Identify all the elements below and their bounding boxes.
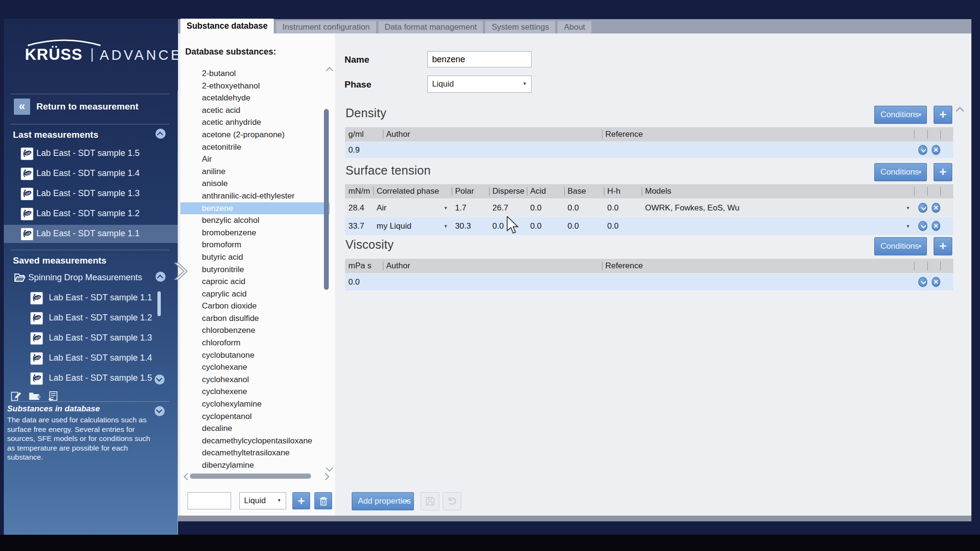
substance-item[interactable]: cyclohexylamine <box>180 398 330 410</box>
collapse-section-icon[interactable] <box>156 129 166 139</box>
st-acid[interactable]: 0.0 <box>527 199 564 217</box>
scroll-up-icon[interactable] <box>956 107 964 115</box>
substance-item[interactable]: benzylic alcohol <box>180 214 330 227</box>
substance-item[interactable]: anthranilic-acid-ethylester <box>180 190 330 202</box>
substance-item[interactable]: cyclobutanone <box>180 349 330 362</box>
st-value[interactable]: 28.4 <box>345 199 373 217</box>
viscosity-reference[interactable] <box>602 274 914 290</box>
substance-item[interactable]: caproic acid <box>180 276 330 288</box>
viscosity-add-button[interactable]: + <box>934 237 952 255</box>
substance-item[interactable]: cyclopentanol <box>180 410 330 423</box>
add-folder-icon[interactable] <box>28 390 41 402</box>
scroll-right-icon[interactable] <box>322 473 330 481</box>
tab-system-settings[interactable]: System settings <box>485 21 555 33</box>
density-value[interactable]: 0.9 <box>345 142 383 158</box>
measurement-folder[interactable]: Spinning Drop Measurements <box>4 269 178 287</box>
substance-item[interactable]: Air <box>180 153 330 165</box>
density-row[interactable]: 0.9 ✕ <box>345 142 953 158</box>
save-button-disabled[interactable] <box>421 492 439 510</box>
surface-tension-row-selected[interactable]: 33.7 my Liquid▼ 30.3 0.0 0.0 0.0 0.0 ▼ ✕ <box>345 217 953 235</box>
density-author[interactable] <box>383 142 602 158</box>
add-properties-button[interactable]: Add properties ▼ <box>352 492 414 510</box>
delete-row-icon[interactable]: ✕ <box>932 277 940 287</box>
models-dropdown[interactable]: ▼ <box>642 217 914 235</box>
expand-row-icon[interactable] <box>918 277 927 287</box>
add-substance-button[interactable]: + <box>292 492 310 509</box>
tab-about[interactable]: About <box>557 21 591 33</box>
viscosity-value[interactable]: 0.0 <box>345 274 383 290</box>
st-disperse[interactable]: 26.7 <box>489 199 527 217</box>
st-base[interactable]: 0.0 <box>564 217 604 235</box>
new-substance-name-input[interactable] <box>188 492 231 509</box>
substance-item[interactable]: aniline <box>180 165 330 178</box>
tab-data-format-management[interactable]: Data format management <box>379 21 483 33</box>
st-hh[interactable]: 0.0 <box>604 217 642 235</box>
correlated-phase-dropdown[interactable]: my Liquid▼ <box>373 217 452 235</box>
undo-button-disabled[interactable] <box>443 492 461 510</box>
substance-item[interactable]: Carbon dioxide <box>180 300 330 312</box>
viscosity-conditions-button[interactable]: Conditions ▼ <box>874 237 927 255</box>
scroll-down-icon[interactable] <box>155 375 165 385</box>
last-measurement-item[interactable]: Lab East - SDT sample 1.5 <box>4 144 178 163</box>
return-to-measurement-button[interactable]: « Return to measurement <box>14 99 167 116</box>
substance-item[interactable]: butyric acid <box>180 251 330 264</box>
saved-measurement-item[interactable]: Lab East - SDT sample 1.2 <box>4 309 178 327</box>
expand-row-icon[interactable] <box>918 221 927 231</box>
surface-tension-row[interactable]: 28.4 Air▼ 1.7 26.7 0.0 0.0 0.0 OWRK, Fow… <box>345 199 953 217</box>
substance-item[interactable]: chlorobenzene <box>180 324 330 337</box>
expand-row-icon[interactable] <box>918 203 927 213</box>
substance-item[interactable]: cyclohexane <box>180 361 330 374</box>
st-polar[interactable]: 1.7 <box>452 199 489 217</box>
substance-item[interactable]: cyclohexanol <box>180 374 330 386</box>
viscosity-author[interactable] <box>383 274 602 290</box>
last-measurement-item[interactable]: Lab East - SDT sample 1.4 <box>4 165 178 183</box>
substance-item[interactable]: bromoform <box>180 239 330 251</box>
substance-item[interactable]: decamethyltetrasiloxane <box>180 447 330 459</box>
saved-measurement-item[interactable]: Lab East - SDT sample 1.1 <box>4 289 178 307</box>
last-measurement-item[interactable]: Lab East - SDT sample 1.2 <box>4 205 178 223</box>
sidebar-splitter-handle[interactable] <box>172 261 190 282</box>
expand-row-icon[interactable] <box>918 145 927 155</box>
last-measurement-item[interactable]: Lab East - SDT sample 1.3 <box>4 185 178 203</box>
saved-measurement-item[interactable]: Lab East - SDT sample 1.4 <box>4 349 178 367</box>
correlated-phase-dropdown[interactable]: Air▼ <box>373 199 452 217</box>
st-hh[interactable]: 0.0 <box>604 199 642 217</box>
tab-instrument-configuration[interactable]: Instrument configuration <box>276 21 376 33</box>
tab-substance-database[interactable]: Substance database <box>180 19 274 33</box>
substance-item[interactable]: decaline <box>180 422 330 435</box>
substance-item[interactable]: acetonitrile <box>180 141 330 154</box>
substance-item[interactable]: cyclohexene <box>180 386 330 398</box>
surface-tension-add-button[interactable]: + <box>934 163 952 181</box>
collapse-folder-icon[interactable] <box>156 272 166 282</box>
density-reference[interactable] <box>602 142 914 158</box>
last-measurement-item-selected[interactable]: Lab East - SDT sample 1.1 <box>4 225 178 243</box>
substances-scrollbar-thumb[interactable] <box>324 109 329 290</box>
st-base[interactable]: 0.0 <box>564 199 604 217</box>
import-measurement-icon[interactable] <box>47 390 59 402</box>
delete-row-icon[interactable]: ✕ <box>932 145 940 155</box>
st-value[interactable]: 33.7 <box>345 217 373 235</box>
delete-row-icon[interactable]: ✕ <box>932 221 940 231</box>
substances-hscrollbar-thumb[interactable] <box>190 474 311 479</box>
substance-item[interactable]: decamethylcyclopentasiloxane <box>180 435 330 447</box>
models-dropdown[interactable]: OWRK, Fowkes, EoS, Wu▼ <box>642 199 914 217</box>
saved-measurement-item[interactable]: Lab East - SDT sample 1.3 <box>4 329 178 347</box>
substance-item[interactable]: dibenzylamine <box>180 459 330 472</box>
density-conditions-button[interactable]: Conditions ▼ <box>874 106 927 124</box>
phase-dropdown[interactable]: Liquid ▼ <box>427 76 532 93</box>
density-add-button[interactable]: + <box>934 106 952 124</box>
st-acid[interactable]: 0.0 <box>527 217 564 235</box>
st-polar[interactable]: 30.3 <box>452 217 489 235</box>
substance-name-input[interactable] <box>427 51 532 67</box>
delete-substance-button[interactable] <box>314 492 332 509</box>
substance-item[interactable]: bromobenzene <box>180 227 330 239</box>
substance-item[interactable]: 2-ethoxyethanol <box>180 80 330 92</box>
new-measurement-icon[interactable] <box>10 390 22 402</box>
surface-tension-conditions-button[interactable]: Conditions ▼ <box>874 163 927 181</box>
info-collapse-icon[interactable] <box>155 406 165 416</box>
substance-item[interactable]: acetic anhydride <box>180 116 330 129</box>
substance-item[interactable]: acetaldehyde <box>180 92 330 104</box>
substance-item[interactable]: 2-butanol <box>180 67 330 80</box>
delete-row-icon[interactable]: ✕ <box>932 203 940 213</box>
substance-item[interactable]: acetic acid <box>180 104 330 117</box>
